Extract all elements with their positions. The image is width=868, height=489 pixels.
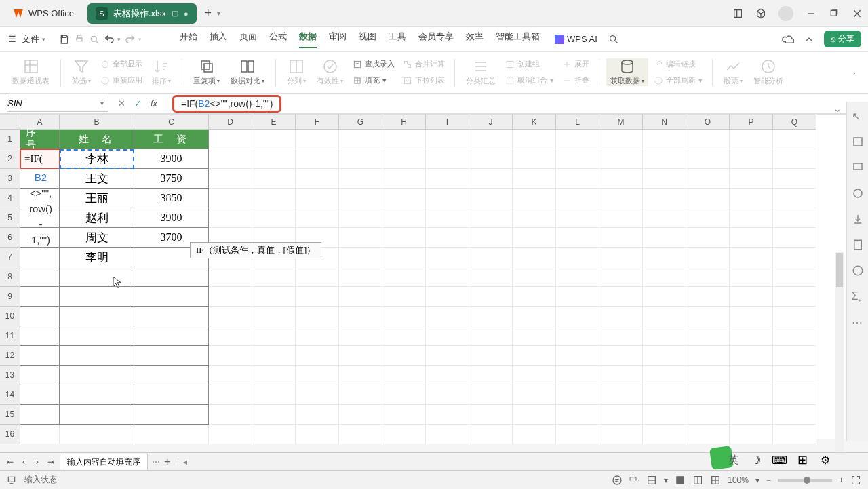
cell[interactable] [513,228,556,248]
cell[interactable]: 姓 名 [60,130,134,149]
close-button[interactable] [852,8,863,19]
fx-icon[interactable]: fx [149,98,159,109]
help-icon[interactable] [852,265,864,277]
cell[interactable] [209,346,252,366]
cell[interactable] [252,366,296,385]
ime-symbol[interactable]: 中· [629,474,639,486]
cell[interactable] [20,248,60,267]
cell[interactable] [339,130,382,149]
cell[interactable]: 3900 [134,208,209,228]
row-header[interactable]: 11 [0,326,20,346]
cell[interactable] [513,346,556,366]
cell[interactable] [339,228,382,248]
cell[interactable] [686,189,730,208]
collapse-ribbon-icon[interactable] [804,34,814,45]
duplicates-button[interactable]: 重复项▾ [189,58,224,86]
cell[interactable] [426,169,469,189]
fill-button[interactable]: 填充▾ [350,74,397,87]
properties-icon[interactable] [852,161,864,174]
cell[interactable] [134,405,209,425]
column-header[interactable]: E [252,115,296,130]
reading-mode-dropdown-icon[interactable]: ▾ [664,475,668,485]
cell[interactable] [426,248,469,267]
cell[interactable] [426,149,469,169]
cell[interactable] [599,425,643,444]
view-normal-icon[interactable] [675,475,686,486]
styles-icon[interactable] [852,136,864,148]
cell[interactable] [426,425,469,444]
cell[interactable] [60,385,134,405]
history-icon[interactable] [852,239,864,251]
cell[interactable] [730,189,773,208]
cell[interactable] [252,346,296,366]
cell[interactable] [20,228,60,248]
cell[interactable] [209,287,252,307]
cell[interactable] [382,228,426,248]
cell[interactable] [773,366,816,385]
sort-button[interactable]: 排序▾ [148,58,175,86]
cell[interactable] [382,326,426,346]
share-button[interactable]: ⎋ 分享 [824,31,861,47]
ribbon-scroll-right-icon[interactable]: › [853,66,865,79]
cell[interactable] [686,425,730,444]
cell[interactable] [469,208,513,228]
cell[interactable]: 李林 [60,149,134,169]
cell[interactable] [469,267,513,287]
cell[interactable] [556,326,599,346]
cell[interactable] [686,248,730,267]
cell[interactable] [686,307,730,326]
confirm-formula-icon[interactable]: ✓ [133,98,142,109]
row-header[interactable]: 2 [0,149,20,169]
print-icon[interactable] [74,34,85,45]
cell[interactable] [730,287,773,307]
cell[interactable] [252,287,296,307]
cell[interactable] [773,346,816,366]
cell[interactable] [773,208,816,228]
cell[interactable] [513,169,556,189]
cell[interactable]: 3850 [134,189,209,208]
tab-close-icon[interactable]: ● [184,9,189,18]
cell[interactable]: 赵利 [60,208,134,228]
row-header[interactable]: 13 [0,366,20,385]
cell[interactable] [643,307,686,326]
cell[interactable]: 王文 [60,169,134,189]
cell[interactable] [469,189,513,208]
cell[interactable] [20,287,60,307]
cell[interactable] [773,267,816,287]
cell[interactable] [339,425,382,444]
cell[interactable] [252,189,296,208]
cell[interactable] [252,405,296,425]
cell[interactable] [296,405,339,425]
cell[interactable] [556,366,599,385]
cell[interactable] [426,346,469,366]
ime-moon-icon[interactable]: ☽ [749,452,764,467]
cell[interactable] [773,287,816,307]
sum-icon[interactable]: Σ+ [852,290,864,302]
row-header[interactable]: 12 [0,346,20,366]
cell[interactable] [730,169,773,189]
tab-data[interactable]: 数据 [299,31,317,48]
cube-icon[interactable] [755,8,766,19]
cells-area[interactable]: 序 号姓 名工 资=IF(李林3900王文3750王丽3850赵利3900周文3… [20,130,816,444]
file-dropdown-icon[interactable]: ▾ [42,36,45,43]
column-header[interactable]: P [730,115,773,130]
cell[interactable]: 工 资 [134,130,209,149]
cell[interactable] [643,425,686,444]
cell[interactable] [686,267,730,287]
cell[interactable] [209,149,252,169]
cell[interactable] [513,385,556,405]
cell[interactable] [556,267,599,287]
row-header[interactable]: 1 [0,130,20,149]
cell[interactable] [730,228,773,248]
cell[interactable] [513,208,556,228]
cell[interactable] [513,307,556,326]
cell[interactable] [599,130,643,149]
cell[interactable] [60,307,134,326]
cell[interactable] [296,425,339,444]
split-button[interactable]: 分列▾ [283,58,310,86]
merge-calc-button[interactable]: 合并计算 [400,58,448,71]
cell[interactable] [730,208,773,228]
sheet-tab-active[interactable]: 输入内容自动填充序 [60,454,148,470]
cell[interactable] [20,326,60,346]
cell[interactable] [60,346,134,366]
